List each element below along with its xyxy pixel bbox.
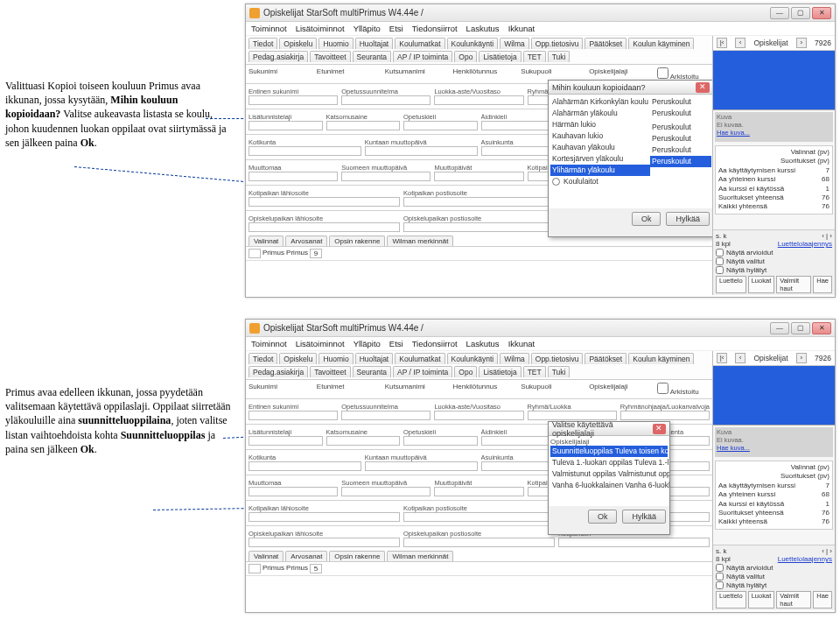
tab[interactable]: Opp.tietosivu <box>531 38 584 49</box>
list-item[interactable]: Vanha 6-luokkalainen Vanha 6-luokkalaine… <box>550 480 668 491</box>
show-rated-checkbox[interactable] <box>716 249 724 257</box>
text-input[interactable] <box>248 222 400 232</box>
list-item[interactable]: Peruskoulut <box>650 144 711 156</box>
menu-item[interactable]: Toiminnot <box>251 339 287 348</box>
list-item[interactable]: Alahärmän Kirkonkylän koulu <box>550 96 650 108</box>
tab[interactable]: Pedag.asiakirja <box>248 51 308 62</box>
text-input[interactable] <box>248 538 400 547</box>
ok-button[interactable]: Ok <box>588 510 618 524</box>
menu-item[interactable]: Etsi <box>389 339 403 348</box>
list-item[interactable]: Peruskoulut <box>650 133 711 144</box>
ok-button[interactable]: Ok <box>632 212 662 226</box>
text-input[interactable] <box>403 222 555 232</box>
tab[interactable]: Wilma <box>500 353 529 364</box>
search-button[interactable]: Hae <box>813 276 832 293</box>
menu-item[interactable]: Ikkunat <box>508 24 536 33</box>
tool-button[interactable]: Valmiit haut <box>776 591 811 608</box>
tab[interactable]: Huomio <box>318 38 353 49</box>
radio-option[interactable]: Koululaitot <box>550 176 711 186</box>
text-input[interactable] <box>403 436 478 446</box>
tab[interactable]: Koulun käyminen <box>628 38 694 49</box>
menu-item[interactable]: Ylläpito <box>354 24 381 33</box>
text-input[interactable] <box>341 411 430 420</box>
maximize-button[interactable]: ▢ <box>791 322 810 334</box>
tab[interactable]: Huomio <box>318 353 353 364</box>
tab[interactable]: Opiskelu <box>279 38 317 49</box>
nav-prev-icon[interactable]: ‹ <box>735 38 746 48</box>
menu-item[interactable]: Ikkunat <box>508 339 536 348</box>
tab[interactable]: Tavoitteet <box>310 366 350 377</box>
text-input[interactable] <box>403 538 555 547</box>
list-item[interactable]: Härmän lukio <box>550 119 650 130</box>
text-input[interactable] <box>403 121 478 130</box>
text-input[interactable] <box>403 512 555 522</box>
text-input[interactable] <box>248 95 338 105</box>
close-button[interactable]: ✕ <box>812 322 831 334</box>
list-item[interactable]: Kortesjärven yläkoulu <box>550 153 650 165</box>
tool-button[interactable]: Luokat <box>748 591 775 608</box>
lower-tab[interactable]: Opsin rakenne <box>329 236 385 246</box>
lower-tab[interactable]: Valinnat <box>248 236 284 246</box>
row-box[interactable] <box>248 249 261 258</box>
side-list-area[interactable] <box>713 366 835 426</box>
text-input[interactable] <box>341 172 430 181</box>
tool-button[interactable]: Luettelo <box>716 276 746 293</box>
tab[interactable]: TET <box>523 366 546 377</box>
tab[interactable]: Koulumatkat <box>395 38 444 49</box>
tab[interactable]: Opp.tietosivu <box>531 353 584 364</box>
show-selected-checkbox[interactable] <box>716 257 724 265</box>
text-input[interactable] <box>326 121 401 130</box>
show-rejected-checkbox[interactable] <box>716 581 724 589</box>
list-item[interactable]: Peruskoulut <box>650 122 711 133</box>
tab[interactable]: Tavoitteet <box>310 51 350 62</box>
radio-input[interactable] <box>552 178 560 186</box>
tab[interactable]: Koulunkäynti <box>447 353 499 364</box>
arkistoitu-checkbox[interactable] <box>657 67 668 79</box>
menu-item[interactable]: Tiedonsiirrot <box>412 24 458 33</box>
list-item[interactable]: Tuleva 1.-luokan oppilas Tuleva 1.-luoka… <box>550 457 668 468</box>
tab[interactable]: Koulunkäynti <box>447 38 499 49</box>
show-rejected-checkbox[interactable] <box>716 266 724 274</box>
text-input[interactable] <box>248 461 361 471</box>
text-input[interactable] <box>481 436 556 446</box>
tab[interactable]: Päätökset <box>584 38 626 49</box>
cancel-button[interactable]: Hylkää <box>622 510 666 524</box>
text-input[interactable] <box>341 487 430 496</box>
list-item-selected[interactable]: Peruskoulut <box>650 156 711 167</box>
text-input[interactable] <box>434 172 523 181</box>
text-input[interactable] <box>248 197 400 207</box>
text-input[interactable] <box>365 146 478 156</box>
minimize-button[interactable]: — <box>770 322 789 334</box>
tab[interactable]: Lisätietoja <box>479 51 521 62</box>
row-num[interactable]: 9 <box>310 249 322 258</box>
text-input[interactable] <box>403 197 555 207</box>
tab[interactable]: Opo <box>454 366 477 377</box>
show-rated-checkbox[interactable] <box>716 564 724 572</box>
menu-item[interactable]: Lisätoiminnot <box>296 24 345 33</box>
list-expand-link[interactable]: Luettelolaajennys <box>778 555 832 563</box>
nav-prev-icon[interactable]: ‹ <box>735 353 746 363</box>
maximize-button[interactable]: ▢ <box>791 7 810 19</box>
menu-item[interactable]: Laskutus <box>466 339 500 348</box>
arkistoitu-checkbox[interactable] <box>657 383 668 394</box>
list-item-selected[interactable]: Suunnitteluoppilas Tuleva toisen koulun … <box>550 446 668 457</box>
nav-next-icon[interactable]: › <box>796 38 807 48</box>
tab[interactable]: Seuranta <box>353 51 392 62</box>
list-expand-link[interactable]: Luettelolaajennys <box>778 240 832 248</box>
list-item[interactable]: Peruskoulut <box>650 108 711 119</box>
text-input[interactable] <box>365 461 478 471</box>
fetch-image-link[interactable]: Hae kuva... <box>717 129 750 137</box>
tab[interactable]: Päätökset <box>584 353 626 364</box>
lower-tab[interactable]: Opsin rakenne <box>329 551 385 561</box>
tab[interactable]: Huoltajat <box>355 353 394 364</box>
tab[interactable]: Tuki <box>548 51 570 62</box>
fetch-image-link[interactable]: Hae kuva... <box>717 444 750 452</box>
text-input[interactable] <box>528 411 617 420</box>
tab[interactable]: Koulun käyminen <box>628 353 694 364</box>
lower-tab[interactable]: Arvosanat <box>285 551 327 561</box>
cancel-button[interactable]: Hylkää <box>666 212 710 226</box>
lower-tab[interactable]: Arvosanat <box>285 236 327 246</box>
lower-tab[interactable]: Valinnat <box>248 551 284 561</box>
close-icon[interactable]: ✕ <box>653 424 666 434</box>
menu-item[interactable]: Lisätoiminnot <box>296 339 345 348</box>
